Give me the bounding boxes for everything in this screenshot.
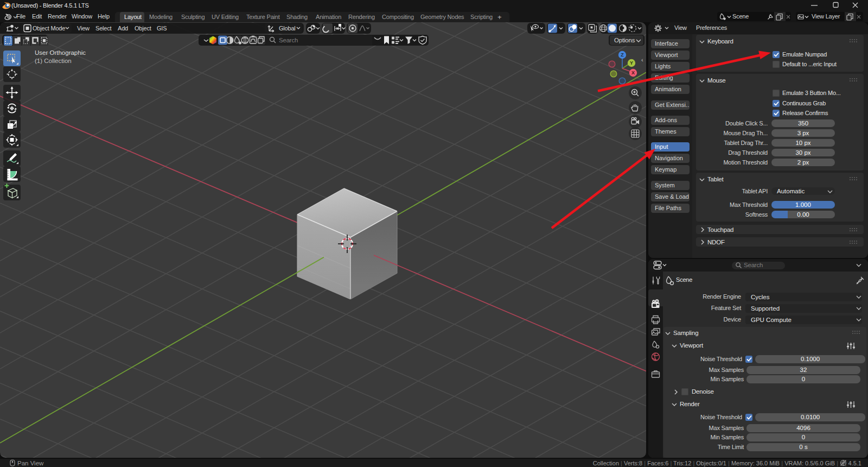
svg-text:(1) Collection: (1) Collection [35,58,72,64]
svg-text:Y: Y [630,60,633,66]
svg-text:Z: Z [621,52,624,58]
svg-text:User Orthographic: User Orthographic [35,49,86,56]
svg-text:X: X [631,70,635,75]
svg-text:‹: ‹ [641,56,643,63]
